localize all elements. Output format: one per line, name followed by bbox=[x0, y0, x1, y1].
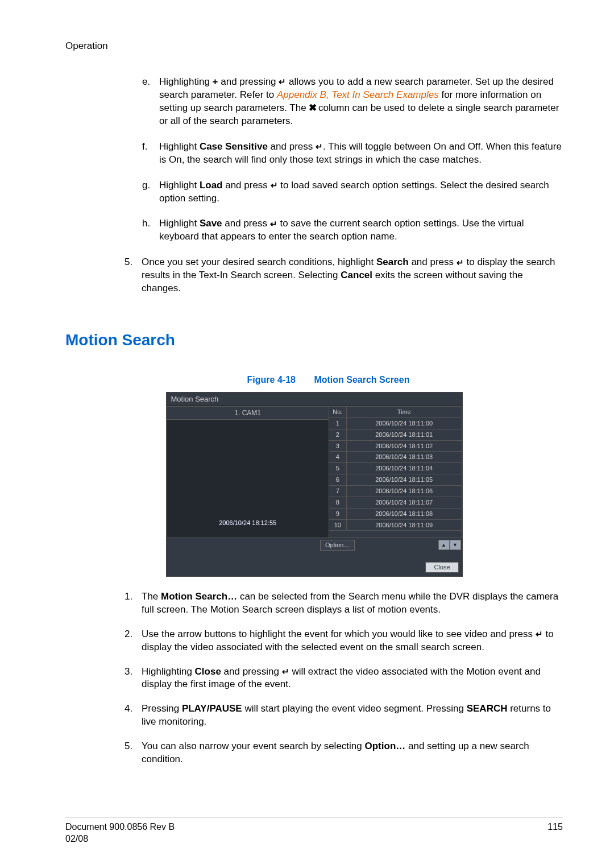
cell-no: 6 bbox=[329, 474, 347, 485]
bold: Close bbox=[195, 666, 221, 677]
doc-id: Document 900.0856 Rev B bbox=[65, 821, 175, 833]
bold: Motion Search… bbox=[161, 591, 237, 602]
text: You can also narrow your event search by… bbox=[142, 741, 365, 751]
text: and press bbox=[222, 218, 270, 229]
bold: Load bbox=[200, 180, 223, 191]
option-button[interactable]: Option… bbox=[320, 540, 355, 551]
item-body: Highlight Save and press ↵ to save the c… bbox=[159, 217, 563, 243]
doc-date: 02/08 bbox=[65, 833, 175, 845]
section-heading: Motion Search bbox=[65, 329, 563, 351]
text: and press bbox=[268, 141, 316, 152]
text: and pressing bbox=[221, 666, 282, 677]
bold: Search bbox=[376, 257, 409, 267]
scroll-up-button[interactable]: ▲ bbox=[438, 540, 450, 550]
enter-icon: ↵ bbox=[316, 141, 323, 152]
list-item: 1. The Motion Search… can be selected fr… bbox=[125, 590, 563, 617]
cell-no: 1 bbox=[329, 418, 347, 429]
item-body: You can also narrow your event search by… bbox=[142, 740, 563, 766]
list-item: 2. Use the arrow buttons to highlight th… bbox=[125, 628, 563, 654]
table-row[interactable]: 72006/10/24 18:11:06 bbox=[329, 486, 462, 497]
cell-time: 2006/10/24 18:11:06 bbox=[347, 486, 462, 497]
col-time: Time bbox=[347, 407, 462, 418]
item-body: Pressing PLAY/PAUSE will start playing t… bbox=[142, 702, 563, 729]
camera-label: 1. CAM1 bbox=[167, 407, 329, 420]
cell-time: 2006/10/24 18:11:03 bbox=[347, 452, 462, 462]
marker: e. bbox=[142, 76, 159, 128]
table-row[interactable]: 102006/10/24 18:11:09 bbox=[329, 520, 462, 531]
marker: f. bbox=[142, 140, 159, 167]
text: Pressing bbox=[142, 703, 182, 714]
bold: Save bbox=[200, 218, 222, 229]
table-row[interactable]: 22006/10/24 18:11:01 bbox=[329, 429, 462, 441]
table-row[interactable]: 42006/10/24 18:11:03 bbox=[329, 452, 462, 463]
cell-no: 10 bbox=[329, 520, 347, 531]
list-item: 4. Pressing PLAY/PAUSE will start playin… bbox=[125, 702, 563, 729]
text: Use the arrow buttons to highlight the e… bbox=[142, 629, 536, 639]
text: Highlight bbox=[159, 218, 200, 229]
cell-no: 4 bbox=[329, 452, 347, 462]
text: The bbox=[142, 591, 161, 602]
text: and pressing bbox=[218, 76, 279, 87]
marker: 4. bbox=[125, 702, 142, 729]
cell-time: 2006/10/24 18:11:09 bbox=[347, 520, 462, 531]
table-row[interactable]: 82006/10/24 18:11:07 bbox=[329, 497, 462, 509]
col-no: No. bbox=[329, 407, 347, 418]
cell-no: 7 bbox=[329, 486, 347, 497]
list-item-g: g. Highlight Load and press ↵ to load sa… bbox=[142, 179, 563, 205]
table-row[interactable]: 62006/10/24 18:11:05 bbox=[329, 474, 462, 486]
enter-icon: ↵ bbox=[457, 257, 464, 268]
close-button[interactable]: Close bbox=[425, 562, 458, 573]
item-body: The Motion Search… can be selected from … bbox=[142, 590, 563, 617]
table-header: No. Time bbox=[329, 407, 462, 418]
scroll-down-button[interactable]: ▼ bbox=[450, 540, 461, 550]
cell-time: 2006/10/24 18:11:07 bbox=[347, 497, 462, 508]
cell-no: 5 bbox=[329, 463, 347, 474]
text: Highlight bbox=[159, 141, 200, 152]
marker: 5. bbox=[125, 256, 142, 295]
table-row[interactable]: 12006/10/24 18:11:00 bbox=[329, 418, 462, 429]
plus-sign: + bbox=[213, 76, 218, 87]
figure-title: Motion Search Screen bbox=[314, 375, 409, 385]
enter-icon: ↵ bbox=[270, 218, 277, 230]
item-body: Use the arrow buttons to highlight the e… bbox=[142, 628, 563, 654]
page-number: 115 bbox=[547, 821, 563, 845]
bold: PLAY/PAUSE bbox=[182, 703, 242, 714]
cell-time: 2006/10/24 18:11:01 bbox=[347, 429, 462, 440]
marker: 1. bbox=[125, 590, 142, 617]
list-item-e: e. Highlighting + and pressing ↵ allows … bbox=[142, 76, 563, 128]
list-item: 5. You can also narrow your event search… bbox=[125, 740, 563, 766]
cell-no: 2 bbox=[329, 429, 347, 440]
enter-icon: ↵ bbox=[271, 180, 278, 191]
table-row[interactable]: 92006/10/24 18:11:08 bbox=[329, 509, 462, 520]
marker: g. bbox=[142, 179, 159, 205]
cell-time: 2006/10/24 18:11:00 bbox=[347, 418, 462, 429]
text: Highlighting bbox=[142, 666, 195, 677]
motion-search-screenshot: Motion Search 1. CAM1 2006/10/24 18:12:5… bbox=[166, 392, 463, 577]
cell-no: 3 bbox=[329, 441, 347, 452]
preview-pane: 2006/10/24 18:12:55 bbox=[167, 420, 329, 538]
list-item-f: f. Highlight Case Sensitive and press ↵.… bbox=[142, 140, 563, 167]
enter-icon: ↵ bbox=[282, 666, 289, 677]
appendix-link[interactable]: Appendix B, Text In Search Examples bbox=[277, 89, 439, 100]
table-row[interactable]: 32006/10/24 18:11:02 bbox=[329, 441, 462, 452]
cell-no: 8 bbox=[329, 497, 347, 508]
list-item-h: h. Highlight Save and press ↵ to save th… bbox=[142, 217, 563, 243]
enter-icon: ↵ bbox=[536, 629, 543, 640]
item-body: Highlight Case Sensitive and press ↵. Th… bbox=[159, 140, 563, 167]
enter-icon: ↵ bbox=[279, 76, 286, 88]
bold: Cancel bbox=[341, 270, 372, 280]
cell-time: 2006/10/24 18:11:04 bbox=[347, 463, 462, 474]
item-body: Highlighting + and pressing ↵ allows you… bbox=[159, 76, 563, 128]
results-table: No. Time 12006/10/24 18:11:00 22006/10/2… bbox=[329, 407, 462, 538]
preview-timestamp: 2006/10/24 18:12:55 bbox=[219, 519, 276, 527]
cell-no: 9 bbox=[329, 509, 347, 519]
dialog-title: Motion Search bbox=[167, 392, 462, 407]
text: and press bbox=[222, 180, 270, 191]
list-item: 3. Highlighting Close and pressing ↵ wil… bbox=[125, 666, 563, 692]
figure-number: Figure 4-18 bbox=[247, 375, 296, 385]
marker: 5. bbox=[125, 740, 142, 766]
table-row[interactable]: 52006/10/24 18:11:04 bbox=[329, 463, 462, 474]
text: Once you set your desired search conditi… bbox=[142, 257, 376, 267]
text: and press bbox=[409, 257, 457, 267]
item-body: Highlight Load and press ↵ to load saved… bbox=[159, 179, 563, 205]
